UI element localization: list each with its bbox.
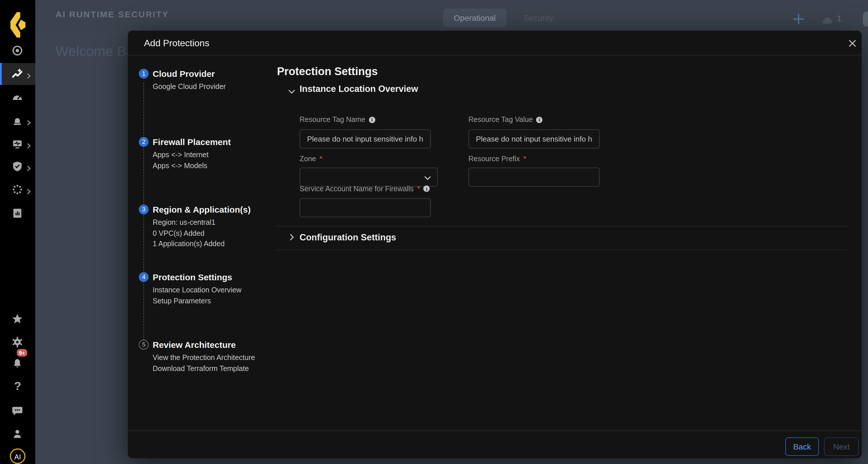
question-icon: ? xyxy=(0,379,35,393)
step-number-badge: 3 xyxy=(139,204,149,214)
required-marker: * xyxy=(417,184,420,193)
step-subtitle: Google Cloud Provider xyxy=(153,81,226,92)
chevron-down-icon[interactable] xyxy=(288,86,296,94)
step-subtitle: View the Protection Architecture xyxy=(153,353,255,363)
step-subtitle: Instance Location Overview xyxy=(153,285,242,296)
step-number-badge: 5 xyxy=(139,340,149,350)
back-button[interactable]: Back xyxy=(785,437,819,456)
content-heading: Protection Settings xyxy=(277,65,378,78)
sidebar-item-ai-assistant[interactable]: AI xyxy=(0,449,35,464)
step-subtitle: 0 VPC(s) Added xyxy=(153,228,251,239)
step-subtitle: Region: us-central1 xyxy=(153,217,251,228)
close-icon[interactable] xyxy=(847,38,858,48)
wizard-step-cloud-provider[interactable]: 1 Cloud Provider Google Cloud Provider xyxy=(139,69,226,92)
step-title: Review Architecture xyxy=(153,340,255,350)
profile-icon-partial[interactable] xyxy=(863,11,868,27)
step-subtitle: Setup Parameters xyxy=(153,296,242,306)
required-marker: * xyxy=(523,154,526,163)
resource-tag-value-input[interactable] xyxy=(468,129,600,148)
resource-tag-name-label: Resource Tag Name i xyxy=(300,115,375,124)
tab-operational[interactable]: Operational xyxy=(443,9,506,27)
notification-badge: 9+ xyxy=(17,349,27,357)
zone-select[interactable] xyxy=(300,168,438,187)
step-number-badge: 2 xyxy=(139,137,149,147)
chevron-right-icon xyxy=(27,118,31,124)
wizard-step-review-architecture[interactable]: 5 Review Architecture View the Protectio… xyxy=(139,340,255,374)
bell-icon xyxy=(11,357,24,370)
section-divider xyxy=(275,250,848,250)
sidebar-item-profile[interactable] xyxy=(0,423,35,445)
service-account-label: Service Account Name for Firewalls * i xyxy=(300,184,430,193)
chevron-right-icon xyxy=(27,187,31,193)
sidebar-item-feedback[interactable] xyxy=(0,400,35,422)
sidebar-item-reports[interactable] xyxy=(0,202,35,224)
shield-check-icon xyxy=(11,160,24,173)
sidebar-item-help[interactable]: ? xyxy=(0,377,35,399)
resource-prefix-input[interactable] xyxy=(468,168,600,187)
person-icon xyxy=(11,428,24,440)
sidebar-item-dashboard[interactable] xyxy=(0,86,35,108)
info-icon[interactable]: i xyxy=(369,117,375,123)
sparkle-trend-icon xyxy=(11,68,24,80)
chat-bubble-icon xyxy=(11,404,24,417)
cloud-icon[interactable] xyxy=(820,14,834,24)
gear-icon xyxy=(11,336,24,349)
modal-title: Add Protections xyxy=(144,31,209,56)
add-icon[interactable] xyxy=(792,13,805,26)
required-marker: * xyxy=(319,154,322,163)
cloud-count: 1 xyxy=(837,13,842,23)
top-header: AI RUNTIME SECURITY Operational Security… xyxy=(35,0,868,29)
info-icon[interactable]: i xyxy=(536,117,543,123)
sidebar-item-favorites[interactable] xyxy=(0,308,35,330)
add-protections-modal: Add Protections 1 Cloud Provider Google … xyxy=(128,31,862,458)
step-subtitle: 1 Application(s) Added xyxy=(153,239,251,249)
dotted-circle-icon xyxy=(11,183,24,196)
star-icon xyxy=(11,312,24,325)
info-icon[interactable]: i xyxy=(424,186,430,192)
app-root: AI RUNTIME SECURITY Operational Security… xyxy=(0,0,868,464)
resource-tag-name-input[interactable] xyxy=(300,129,431,148)
sidebar-item-system-health[interactable] xyxy=(0,133,35,155)
next-button[interactable]: Next xyxy=(824,437,859,456)
sidebar-item-shield-policies[interactable] xyxy=(0,156,35,177)
app-title: AI RUNTIME SECURITY xyxy=(56,0,169,29)
siren-icon xyxy=(11,114,24,127)
section-divider xyxy=(275,226,848,227)
sidebar-item-radar[interactable] xyxy=(0,40,35,62)
gauge-icon xyxy=(11,91,24,103)
chevron-right-icon[interactable] xyxy=(289,233,297,240)
monitor-pulse-icon xyxy=(11,137,24,150)
step-number-badge: 4 xyxy=(139,272,149,282)
step-number-badge: 1 xyxy=(139,69,149,78)
modal-footer: Back Next xyxy=(128,430,862,458)
step-subtitle: Apps <-> Models xyxy=(153,160,231,171)
wizard-step-region-applications[interactable]: 3 Region & Application(s) Region: us-cen… xyxy=(139,204,251,249)
tab-security[interactable]: Security xyxy=(506,9,570,27)
sidebar-item-ai-monitor[interactable] xyxy=(0,63,35,85)
chevron-right-icon xyxy=(27,141,31,147)
service-account-input[interactable] xyxy=(300,198,431,217)
wizard-step-protection-settings[interactable]: 4 Protection Settings Instance Location … xyxy=(139,272,242,306)
radar-icon xyxy=(11,44,24,57)
zone-label: Zone * xyxy=(300,154,322,163)
sidebar-item-processing[interactable] xyxy=(0,178,35,200)
sidebar-item-notifications[interactable]: 9+ xyxy=(0,353,35,374)
chevron-right-icon xyxy=(27,71,31,77)
ai-avatar: AI xyxy=(10,449,26,464)
section-configuration-settings[interactable]: Configuration Settings xyxy=(300,232,396,243)
modal-header: Add Protections xyxy=(128,31,862,56)
step-title: Cloud Provider xyxy=(153,69,226,78)
resource-prefix-label: Resource Prefix * xyxy=(468,154,526,163)
step-title: Protection Settings xyxy=(153,272,242,282)
step-subtitle: Apps <-> Internet xyxy=(153,150,231,160)
brand-logo-icon[interactable] xyxy=(9,11,27,38)
step-title: Region & Application(s) xyxy=(153,204,251,214)
step-subtitle: Download Terraform Template xyxy=(153,363,255,374)
left-sidebar: 9+ ? AI xyxy=(0,0,35,464)
section-instance-location-overview[interactable]: Instance Location Overview xyxy=(300,84,418,94)
wizard-step-firewall-placement[interactable]: 2 Firewall Placement Apps <-> Internet A… xyxy=(139,137,231,171)
report-icon xyxy=(11,207,24,220)
chevron-right-icon xyxy=(27,164,31,170)
sidebar-item-alerts[interactable] xyxy=(0,110,35,132)
resource-tag-value-label: Resource Tag Value i xyxy=(468,115,543,124)
